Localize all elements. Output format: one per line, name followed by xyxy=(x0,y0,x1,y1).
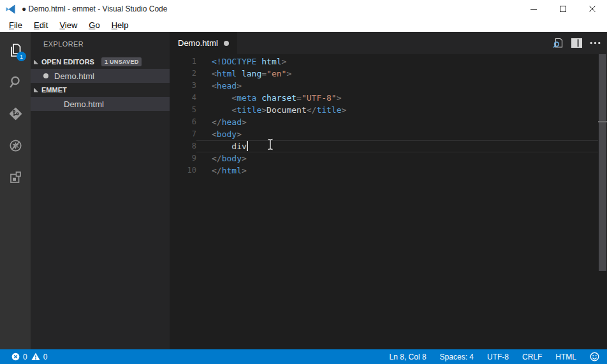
code-line-1[interactable]: 1<!DOCTYPE html> xyxy=(170,55,607,68)
code-line-8[interactable]: 8 div xyxy=(170,140,607,152)
editor-actions xyxy=(550,32,607,54)
code-line-10[interactable]: 10</html> xyxy=(170,164,607,177)
line-number: 7 xyxy=(170,128,196,140)
line-content: <title>Document</title> xyxy=(196,104,598,116)
menu-go[interactable]: Go xyxy=(83,20,105,30)
warning-icon xyxy=(31,353,40,361)
activity-source-control[interactable] xyxy=(0,98,31,129)
sidebar-title: EXPLORER xyxy=(31,32,170,55)
section-label: OPEN EDITORS xyxy=(41,58,94,66)
status-feedback[interactable] xyxy=(590,352,599,361)
code-line-3[interactable]: 3<head> xyxy=(170,80,607,92)
vscode-window: ● Demo.html - emmet - Visual Studio Code… xyxy=(0,0,607,364)
code-line-4[interactable]: 4 <meta charset="UTF-8"> xyxy=(170,92,607,104)
line-number: 4 xyxy=(170,92,196,104)
warnings-count: 0 xyxy=(43,353,48,361)
debug-icon xyxy=(7,137,24,154)
status-encoding[interactable]: UTF-8 xyxy=(487,353,509,361)
code-editor[interactable]: 1<!DOCTYPE html>2<html lang="en">3<head>… xyxy=(170,54,607,349)
editor-scrollbar[interactable] xyxy=(598,54,607,349)
section-label: EMMET xyxy=(41,86,67,94)
eol-label: CRLF xyxy=(522,353,542,361)
activity-extensions[interactable] xyxy=(0,161,31,193)
status-errors[interactable]: 0 xyxy=(11,353,27,361)
tab-modified-dot-icon[interactable] xyxy=(224,41,229,46)
tab-demo-html[interactable]: Demo.html xyxy=(170,32,237,54)
line-content: </body> xyxy=(196,152,598,164)
status-cursor-position[interactable]: Ln 8, Col 8 xyxy=(390,353,427,361)
code-line-5[interactable]: 5 <title>Document</title> xyxy=(170,104,607,116)
file-item-label: Demo.html xyxy=(64,99,104,109)
twistie-expanded-icon xyxy=(34,60,38,64)
window-title: ● Demo.html - emmet - Visual Studio Code xyxy=(22,4,167,13)
errors-count: 0 xyxy=(23,353,27,361)
file-item-label: Demo.html xyxy=(54,71,94,81)
minimize-button[interactable] xyxy=(519,0,548,18)
file-item-demo.html[interactable]: Demo.html xyxy=(31,97,170,111)
encoding-label: UTF-8 xyxy=(487,353,509,361)
close-icon xyxy=(589,6,596,12)
file-item-demo.html[interactable]: Demo.html xyxy=(31,69,170,83)
error-icon xyxy=(11,353,20,361)
minimize-icon xyxy=(530,6,537,12)
line-number: 6 xyxy=(170,116,196,128)
activity-bar: 1 xyxy=(0,32,31,349)
code-line-6[interactable]: 6</head> xyxy=(170,116,607,128)
extensions-icon xyxy=(7,169,24,186)
menu-edit[interactable]: Edit xyxy=(28,20,54,30)
split-editor-button[interactable] xyxy=(569,36,584,51)
line-number: 8 xyxy=(170,140,196,152)
section-header-emmet[interactable]: EMMET xyxy=(31,83,170,97)
activity-explorer[interactable]: 1 xyxy=(0,34,31,66)
line-number: 10 xyxy=(170,164,196,177)
window-controls xyxy=(519,0,607,18)
line-content: </html> xyxy=(196,164,598,177)
line-content: <html lang="en"> xyxy=(196,68,598,80)
line-number: 5 xyxy=(170,104,196,116)
cursor-position-label: Ln 8, Col 8 xyxy=(390,353,427,361)
search-icon xyxy=(7,73,24,91)
text-caret xyxy=(247,141,248,151)
scrollbar-thumb[interactable] xyxy=(599,54,606,271)
menu-file[interactable]: File xyxy=(3,20,28,30)
line-content: <meta charset="UTF-8"> xyxy=(196,92,598,104)
sidebar-sections: OPEN EDITORS1 UNSAVEDDemo.htmlEMMETDemo.… xyxy=(31,55,170,111)
status-bar: 00 Ln 8, Col 8Spaces: 4UTF-8CRLFHTML xyxy=(0,349,607,364)
activity-badge: 1 xyxy=(17,52,26,61)
open-preview-button[interactable] xyxy=(550,36,566,51)
code-line-2[interactable]: 2<html lang="en"> xyxy=(170,68,607,80)
source-control-icon xyxy=(7,105,24,122)
editor-group: Demo.html 1<!DOCTYPE html>2<html lang="e… xyxy=(170,32,607,349)
twistie-expanded-icon xyxy=(34,88,38,92)
tab-bar: Demo.html xyxy=(170,32,607,54)
status-warnings[interactable]: 0 xyxy=(31,353,48,361)
line-content: <!DOCTYPE html> xyxy=(196,55,598,68)
line-number: 2 xyxy=(170,68,196,80)
code-line-9[interactable]: 9</body> xyxy=(170,152,607,164)
titlebar: ● Demo.html - emmet - Visual Studio Code xyxy=(0,0,607,18)
mouse-ibeam-cursor-icon xyxy=(267,138,274,152)
line-number: 9 xyxy=(170,152,196,164)
tab-label: Demo.html xyxy=(178,38,218,48)
activity-search[interactable] xyxy=(0,66,31,98)
menubar: FileEditViewGoHelp xyxy=(0,18,607,32)
status-language-mode[interactable]: HTML xyxy=(555,353,576,361)
workbench: 1 EXPLORER OPEN EDITORS1 UNSAVEDDemo.htm… xyxy=(0,32,607,349)
status-eol[interactable]: CRLF xyxy=(522,353,542,361)
status-indentation[interactable]: Spaces: 4 xyxy=(440,353,474,361)
menu-help[interactable]: Help xyxy=(106,20,135,30)
close-button[interactable] xyxy=(578,0,607,18)
vscode-logo-icon xyxy=(5,4,16,15)
activity-debug[interactable] xyxy=(0,129,31,161)
line-content: </head> xyxy=(196,116,598,128)
indentation-label: Spaces: 4 xyxy=(440,353,474,361)
maximize-button[interactable] xyxy=(548,0,578,18)
menu-view[interactable]: View xyxy=(54,20,83,30)
explorer-sidebar: EXPLORER OPEN EDITORS1 UNSAVEDDemo.htmlE… xyxy=(31,32,170,349)
code-line-7[interactable]: 7<body> xyxy=(170,128,607,140)
line-content: div xyxy=(196,140,598,152)
section-header-open-editors[interactable]: OPEN EDITORS1 UNSAVED xyxy=(31,55,170,69)
unsaved-count-badge: 1 UNSAVED xyxy=(101,57,142,66)
line-number: 3 xyxy=(170,80,196,92)
more-actions-button[interactable] xyxy=(587,36,603,51)
